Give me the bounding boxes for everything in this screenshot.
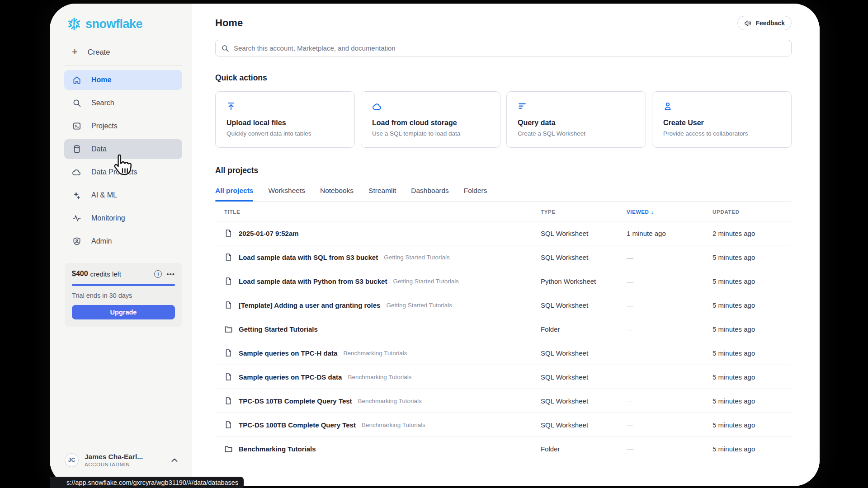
card-load-cloud-storage[interactable]: Load from cloud storage Use a SQL templa…: [361, 91, 500, 148]
row-updated: 5 minutes ago: [712, 301, 792, 309]
sidebar-item-search[interactable]: Search: [64, 93, 182, 113]
row-updated: 5 minutes ago: [712, 397, 792, 405]
card-query-data[interactable]: Query data Create a SQL Worksheet: [506, 91, 646, 148]
row-badge: Benchmarking Tutorials: [358, 398, 422, 404]
table-body: 2025-01-07 9:52am SQL Worksheet 1 minute…: [215, 221, 792, 460]
sidebar-item-admin[interactable]: Admin: [64, 231, 182, 251]
row-updated: 5 minutes ago: [712, 325, 792, 333]
terminal-icon: [72, 122, 81, 131]
row-title: Load sample data with Python from S3 buc…: [239, 277, 387, 285]
table-row[interactable]: Benchmarking Tutorials Folder — 5 minute…: [215, 436, 792, 460]
row-title: Sample queries on TPC-H data: [239, 349, 337, 357]
credits-amount: $400: [72, 270, 88, 278]
sidebar-item-data-products[interactable]: Data Products: [64, 162, 182, 182]
sidebar-item-ai-ml[interactable]: AI & ML: [64, 185, 182, 205]
column-header-updated[interactable]: UPDATED: [712, 209, 792, 215]
sidebar-nav: Home Search Projects Data: [64, 70, 182, 251]
column-header-type[interactable]: TYPE: [541, 209, 627, 215]
row-viewed: —: [627, 445, 712, 453]
search-icon: [221, 44, 229, 52]
all-projects-heading: All projects: [215, 166, 792, 175]
table-row[interactable]: Sample queries on TPC-DS data Benchmarki…: [215, 365, 792, 389]
document-icon: [224, 277, 233, 286]
page-title: Home: [215, 17, 243, 29]
user-name: James Cha-Earl...: [85, 453, 143, 461]
tab-folders[interactable]: Folders: [464, 187, 487, 201]
snowflake-logo-icon: [66, 16, 82, 32]
column-header-viewed[interactable]: VIEWED↓: [627, 208, 712, 215]
table-row[interactable]: Sample queries on TPC-H data Benchmarkin…: [215, 341, 792, 365]
sidebar-item-projects[interactable]: Projects: [64, 116, 182, 136]
row-updated: 2 minutes ago: [712, 230, 792, 237]
projects-table: TITLE TYPE VIEWED↓ UPDATED 2025-01-07 9:…: [215, 202, 792, 460]
card-create-user[interactable]: Create User Provide access to collaborat…: [652, 91, 792, 148]
column-header-title[interactable]: TITLE: [224, 209, 541, 215]
credits-panel: $400 credits left i ••• Trial ends in 30…: [65, 263, 182, 327]
tab-dashboards[interactable]: Dashboards: [411, 187, 449, 201]
row-viewed: —: [627, 325, 712, 333]
search-input[interactable]: [234, 44, 786, 52]
table-header: TITLE TYPE VIEWED↓ UPDATED: [215, 202, 792, 221]
row-viewed: —: [627, 397, 712, 405]
row-type: SQL Worksheet: [541, 230, 627, 237]
table-row[interactable]: [Template] Adding a user and granting ro…: [215, 293, 792, 317]
sort-desc-icon: ↓: [651, 208, 654, 215]
document-icon: [224, 301, 233, 310]
upgrade-button[interactable]: Upgrade: [72, 305, 175, 319]
chevron-up-icon: [171, 458, 178, 462]
tab-notebooks[interactable]: Notebooks: [320, 187, 354, 201]
row-badge: Benchmarking Tutorials: [348, 374, 411, 380]
status-url-tooltip: s://app.snowflake.com/gxrcyra/wgb31190/#…: [50, 477, 244, 488]
tab-worksheets[interactable]: Worksheets: [268, 187, 305, 201]
row-viewed: —: [627, 301, 712, 309]
info-icon[interactable]: i: [154, 270, 162, 278]
row-viewed: 1 minute ago: [627, 230, 712, 237]
main-content: Home Feedback Quick actions Upload local…: [192, 4, 820, 486]
row-type: Folder: [541, 325, 627, 333]
row-title: Benchmarking Tutorials: [239, 445, 316, 453]
feedback-button[interactable]: Feedback: [737, 16, 792, 30]
sidebar-item-monitoring[interactable]: Monitoring: [64, 208, 182, 228]
document-icon: [224, 373, 233, 381]
credits-progress-bar: [72, 284, 175, 286]
table-row[interactable]: 2025-01-07 9:52am SQL Worksheet 1 minute…: [215, 221, 792, 245]
row-badge: Getting Started Tutorials: [386, 302, 452, 309]
row-updated: 5 minutes ago: [712, 277, 792, 285]
more-options-icon[interactable]: •••: [166, 270, 175, 278]
user-menu[interactable]: JC James Cha-Earl... ACCOUNTADMIN: [65, 453, 178, 467]
table-row[interactable]: TPC-DS 10TB Complete Query Test Benchmar…: [215, 389, 792, 413]
sidebar-item-data[interactable]: Data: [64, 139, 182, 159]
sidebar-item-home[interactable]: Home: [64, 70, 182, 90]
quick-actions: Upload local files Quickly convert data …: [215, 91, 792, 148]
shield-user-icon: [72, 237, 81, 246]
row-type: Folder: [541, 445, 627, 453]
row-viewed: —: [627, 421, 712, 429]
activity-icon: [72, 214, 81, 223]
plus-icon: +: [72, 47, 78, 57]
table-row[interactable]: Load sample data with Python from S3 buc…: [215, 269, 792, 293]
person-icon: [663, 102, 780, 112]
create-button[interactable]: + Create: [72, 45, 182, 59]
document-icon: [224, 397, 233, 405]
card-upload-local-files[interactable]: Upload local files Quickly convert data …: [215, 91, 355, 148]
row-title: TPC-DS 100TB Complete Query Test: [239, 421, 356, 429]
table-row[interactable]: TPC-DS 100TB Complete Query Test Benchma…: [215, 413, 792, 436]
query-lines-icon: [518, 102, 635, 112]
table-row[interactable]: Getting Started Tutorials Folder — 5 min…: [215, 317, 792, 341]
table-row[interactable]: Load sample data with SQL from S3 bucket…: [215, 245, 792, 269]
app-window: snowflake + Create Home Search: [50, 4, 820, 486]
sidebar: snowflake + Create Home Search: [50, 4, 192, 486]
row-title: TPC-DS 10TB Complete Query Test: [239, 397, 352, 405]
row-viewed: —: [627, 277, 712, 285]
avatar: JC: [65, 453, 79, 467]
user-role: ACCOUNTADMIN: [85, 462, 143, 467]
sparkles-icon: [72, 191, 81, 200]
folder-icon: [224, 445, 233, 453]
tab-streamlit[interactable]: Streamlit: [368, 187, 396, 201]
row-viewed: —: [627, 349, 712, 357]
megaphone-icon: [744, 19, 752, 27]
row-badge: Getting Started Tutorials: [393, 278, 459, 285]
tab-all-projects[interactable]: All projects: [215, 187, 253, 201]
row-title: Getting Started Tutorials: [239, 325, 318, 333]
document-icon: [224, 253, 233, 262]
